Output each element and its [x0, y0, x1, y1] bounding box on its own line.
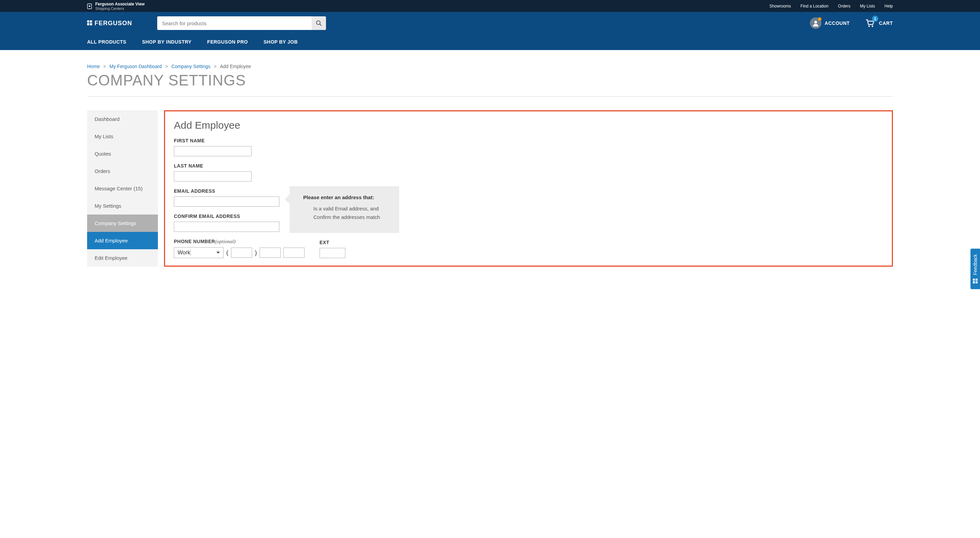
account-link[interactable]: ACCOUNT	[810, 18, 850, 29]
svg-rect-4	[87, 23, 89, 25]
field-last-name: LAST NAME	[174, 163, 883, 182]
breadcrumb-company-settings[interactable]: Company Settings	[172, 64, 210, 69]
phone-type-value: Work	[178, 250, 190, 256]
paren-open: (	[226, 249, 228, 256]
nav-shop-by-industry[interactable]: SHOP BY INDUSTRY	[142, 34, 191, 50]
sidebar-item-company-settings[interactable]: Company Settings	[87, 214, 158, 232]
cart-count-badge: 1	[872, 16, 878, 22]
svg-rect-5	[90, 23, 92, 25]
content: Home > My Ferguson Dashboard > Company S…	[0, 50, 980, 280]
feedback-label: Feedback	[972, 254, 978, 275]
hint-line-1: Is a valid Email address, and	[303, 206, 389, 211]
nav-all-products[interactable]: ALL PRODUCTS	[87, 34, 126, 50]
sidebar-item-edit-employee[interactable]: Edit Employee	[87, 249, 158, 267]
sidebar-item-message-center[interactable]: Message Center (15)	[87, 180, 158, 197]
add-employee-panel: Add Employee FIRST NAME LAST NAME EMAIL …	[164, 110, 893, 267]
email-input[interactable]	[174, 196, 279, 207]
breadcrumb: Home > My Ferguson Dashboard > Company S…	[87, 64, 893, 69]
svg-point-1	[89, 5, 90, 6]
search-input[interactable]	[157, 16, 312, 30]
topbar-link-my-lists[interactable]: My Lists	[860, 4, 875, 8]
field-first-name: FIRST NAME	[174, 138, 883, 156]
topbar-link-help[interactable]: Help	[885, 4, 893, 8]
svg-rect-13	[975, 279, 978, 280]
logo[interactable]: FERGUSON	[87, 19, 149, 27]
svg-point-11	[872, 26, 873, 27]
topbar: Ferguson Associate View Shipping Centers…	[0, 0, 980, 12]
settings-sidebar: Dashboard My Lists Quotes Orders Message…	[87, 110, 158, 267]
topbar-link-showrooms[interactable]: Showrooms	[769, 4, 791, 8]
notification-dot-icon	[818, 18, 821, 21]
account-label: ACCOUNT	[825, 21, 850, 26]
breadcrumb-current: Add Employee	[220, 64, 251, 69]
header: FERGUSON ACCOUNT 1 CART	[0, 12, 980, 34]
associate-subtitle: Shipping Centers	[95, 6, 145, 11]
sidebar-item-dashboard[interactable]: Dashboard	[87, 110, 158, 128]
main-nav: ALL PRODUCTS SHOP BY INDUSTRY FERGUSON P…	[0, 34, 980, 50]
feedback-tab[interactable]: Feedback	[970, 249, 980, 280]
associate-view: Ferguson Associate View Shipping Centers	[87, 2, 145, 11]
search-button[interactable]	[312, 16, 326, 30]
svg-rect-2	[87, 21, 89, 22]
select-divider	[190, 249, 191, 256]
topbar-links: Showrooms Find a Location Orders My List…	[769, 4, 893, 8]
breadcrumb-separator: >	[103, 64, 106, 69]
sidebar-item-orders[interactable]: Orders	[87, 163, 158, 180]
breadcrumb-separator: >	[165, 64, 168, 69]
nav-shop-by-job[interactable]: SHOP BY JOB	[263, 34, 298, 50]
nav-ferguson-pro[interactable]: FERGUSON PRO	[207, 34, 248, 50]
sidebar-item-add-employee[interactable]: Add Employee	[87, 232, 158, 249]
sidebar-item-my-lists[interactable]: My Lists	[87, 128, 158, 145]
phone-label: PHONE NUMBER(optional)	[174, 239, 305, 244]
first-name-input[interactable]	[174, 146, 251, 156]
sidebar-item-quotes[interactable]: Quotes	[87, 145, 158, 163]
breadcrumb-home[interactable]: Home	[87, 64, 100, 69]
phone-prefix-input[interactable]	[259, 247, 281, 258]
confirm-email-input[interactable]	[174, 222, 279, 232]
topbar-link-find-location[interactable]: Find a Location	[801, 4, 829, 8]
svg-rect-12	[973, 279, 975, 280]
cart-icon: 1	[865, 18, 875, 29]
field-phone: PHONE NUMBER(optional) Work ( )	[174, 239, 305, 258]
email-label: EMAIL ADDRESS	[174, 188, 279, 194]
confirm-email-label: CONFIRM EMAIL ADDRESS	[174, 214, 279, 219]
phone-type-select[interactable]: Work	[174, 247, 224, 258]
breadcrumb-separator: >	[214, 64, 216, 69]
svg-rect-3	[90, 21, 92, 22]
chevron-down-icon	[216, 252, 220, 254]
search-bar	[157, 16, 326, 30]
svg-point-9	[814, 21, 817, 24]
first-name-label: FIRST NAME	[174, 138, 883, 144]
phone-area-input[interactable]	[231, 247, 252, 258]
field-email: EMAIL ADDRESS	[174, 188, 279, 207]
cart-label: CART	[879, 21, 893, 26]
ext-input[interactable]	[320, 248, 345, 258]
svg-line-8	[320, 24, 321, 26]
hint-line-2: Confirm the addresses match	[303, 214, 389, 220]
cart-link[interactable]: 1 CART	[865, 18, 893, 29]
svg-text:FERGUSON: FERGUSON	[95, 20, 132, 27]
badge-icon	[87, 3, 92, 9]
sidebar-item-my-settings[interactable]: My Settings	[87, 197, 158, 214]
ext-label: EXT	[320, 240, 345, 245]
avatar-icon	[810, 18, 821, 29]
field-ext: EXT	[320, 240, 345, 258]
page-title: COMPANY SETTINGS	[87, 72, 893, 97]
feedback-icon	[972, 279, 978, 280]
hint-title: Please enter an address that:	[303, 195, 389, 200]
breadcrumb-dashboard[interactable]: My Ferguson Dashboard	[110, 64, 162, 69]
svg-point-10	[869, 26, 870, 27]
phone-line-input[interactable]	[283, 247, 305, 258]
panel-title: Add Employee	[174, 120, 883, 131]
topbar-link-orders[interactable]: Orders	[838, 4, 851, 8]
associate-title: Ferguson Associate View	[95, 2, 145, 6]
search-icon	[316, 20, 322, 26]
last-name-input[interactable]	[174, 171, 251, 182]
last-name-label: LAST NAME	[174, 163, 883, 169]
field-confirm-email: CONFIRM EMAIL ADDRESS	[174, 214, 279, 232]
email-hint-tooltip: Please enter an address that: Is a valid…	[290, 186, 399, 233]
paren-close: )	[255, 249, 257, 256]
